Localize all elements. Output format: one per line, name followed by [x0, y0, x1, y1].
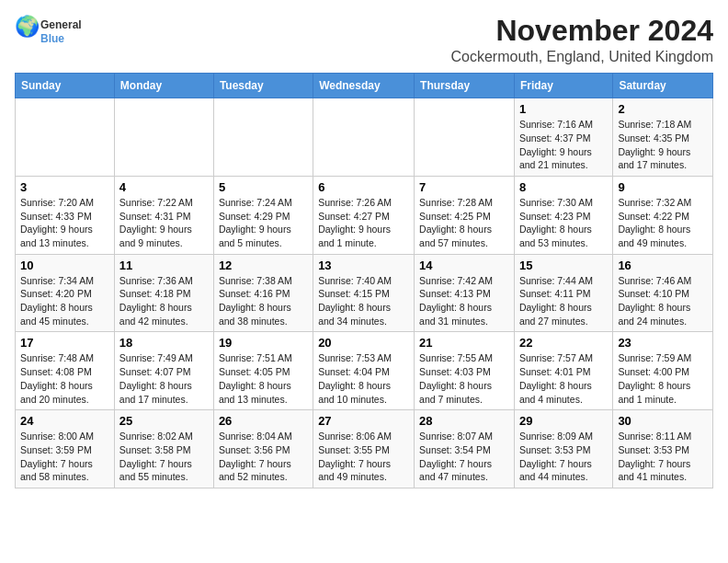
- day-number: 15: [519, 259, 608, 272]
- day-number: 4: [119, 180, 209, 194]
- calendar-week-1: 1Sunrise: 7:16 AM Sunset: 4:37 PM Daylig…: [16, 98, 713, 177]
- main-title: November 2024: [451, 15, 714, 47]
- svg-text:🌍: 🌍: [15, 15, 40, 39]
- header-cell-tuesday: Tuesday: [213, 74, 313, 98]
- calendar-cell: 19Sunrise: 7:51 AM Sunset: 4:05 PM Dayli…: [213, 332, 313, 410]
- day-info: Sunrise: 7:51 AM Sunset: 4:05 PM Dayligh…: [219, 351, 308, 406]
- calendar-cell: 9Sunrise: 7:32 AM Sunset: 4:22 PM Daylig…: [613, 176, 713, 254]
- day-number: 6: [318, 180, 409, 194]
- calendar-cell: 3Sunrise: 7:20 AM Sunset: 4:33 PM Daylig…: [16, 176, 115, 254]
- day-info: Sunrise: 7:57 AM Sunset: 4:01 PM Dayligh…: [519, 351, 608, 406]
- day-number: 11: [119, 259, 209, 272]
- calendar-week-3: 10Sunrise: 7:34 AM Sunset: 4:20 PM Dayli…: [16, 254, 713, 332]
- calendar-cell: 21Sunrise: 7:55 AM Sunset: 4:03 PM Dayli…: [415, 332, 515, 410]
- day-info: Sunrise: 7:49 AM Sunset: 4:07 PM Dayligh…: [119, 351, 209, 406]
- header-cell-sunday: Sunday: [16, 74, 115, 98]
- day-number: 18: [119, 336, 209, 350]
- calendar-cell: 20Sunrise: 7:53 AM Sunset: 4:04 PM Dayli…: [313, 332, 415, 410]
- day-info: Sunrise: 7:42 AM Sunset: 4:13 PM Dayligh…: [419, 274, 509, 328]
- day-number: 10: [20, 259, 109, 272]
- day-info: Sunrise: 7:32 AM Sunset: 4:22 PM Dayligh…: [618, 196, 708, 250]
- day-info: Sunrise: 7:30 AM Sunset: 4:23 PM Dayligh…: [519, 196, 608, 250]
- day-info: Sunrise: 8:02 AM Sunset: 3:58 PM Dayligh…: [119, 430, 209, 484]
- calendar-cell: 13Sunrise: 7:40 AM Sunset: 4:15 PM Dayli…: [313, 254, 415, 332]
- calendar-cell: 22Sunrise: 7:57 AM Sunset: 4:01 PM Dayli…: [514, 332, 612, 410]
- day-number: 2: [618, 102, 708, 116]
- calendar-cell: [313, 98, 415, 177]
- header: General Blue 🌍 November 2024 Cockermouth…: [15, 15, 713, 65]
- calendar-header-row: SundayMondayTuesdayWednesdayThursdayFrid…: [16, 74, 713, 98]
- day-info: Sunrise: 7:34 AM Sunset: 4:20 PM Dayligh…: [20, 274, 109, 328]
- day-number: 23: [618, 336, 708, 350]
- day-number: 30: [618, 414, 708, 428]
- day-number: 29: [519, 414, 608, 428]
- day-number: 26: [219, 414, 308, 428]
- day-number: 20: [318, 336, 409, 350]
- calendar-cell: 11Sunrise: 7:36 AM Sunset: 4:18 PM Dayli…: [114, 254, 213, 332]
- day-number: 12: [219, 259, 308, 272]
- day-number: 3: [20, 180, 109, 194]
- day-info: Sunrise: 8:11 AM Sunset: 3:53 PM Dayligh…: [618, 430, 708, 484]
- day-info: Sunrise: 7:48 AM Sunset: 4:08 PM Dayligh…: [20, 351, 109, 406]
- calendar-cell: 16Sunrise: 7:46 AM Sunset: 4:10 PM Dayli…: [613, 254, 713, 332]
- header-cell-monday: Monday: [114, 74, 213, 98]
- day-info: Sunrise: 7:26 AM Sunset: 4:27 PM Dayligh…: [318, 196, 409, 250]
- calendar-cell: [213, 98, 313, 177]
- day-number: 16: [618, 259, 708, 272]
- calendar-week-4: 17Sunrise: 7:48 AM Sunset: 4:08 PM Dayli…: [16, 332, 713, 410]
- day-info: Sunrise: 7:55 AM Sunset: 4:03 PM Dayligh…: [419, 351, 509, 406]
- header-cell-thursday: Thursday: [415, 74, 515, 98]
- svg-text:General: General: [40, 18, 82, 31]
- day-info: Sunrise: 7:18 AM Sunset: 4:35 PM Dayligh…: [618, 118, 708, 172]
- day-number: 27: [318, 414, 409, 428]
- day-number: 8: [519, 180, 608, 194]
- day-info: Sunrise: 7:46 AM Sunset: 4:10 PM Dayligh…: [618, 274, 708, 328]
- day-info: Sunrise: 7:44 AM Sunset: 4:11 PM Dayligh…: [519, 274, 608, 328]
- day-number: 22: [519, 336, 608, 350]
- calendar-cell: [415, 98, 515, 177]
- day-number: 14: [419, 259, 509, 272]
- day-info: Sunrise: 7:38 AM Sunset: 4:16 PM Dayligh…: [219, 274, 308, 328]
- day-info: Sunrise: 8:00 AM Sunset: 3:59 PM Dayligh…: [20, 430, 109, 484]
- day-info: Sunrise: 7:40 AM Sunset: 4:15 PM Dayligh…: [318, 274, 409, 328]
- day-number: 25: [119, 414, 209, 428]
- calendar-cell: 12Sunrise: 7:38 AM Sunset: 4:16 PM Dayli…: [213, 254, 313, 332]
- day-number: 17: [20, 336, 109, 350]
- calendar-cell: 10Sunrise: 7:34 AM Sunset: 4:20 PM Dayli…: [16, 254, 115, 332]
- calendar-cell: 7Sunrise: 7:28 AM Sunset: 4:25 PM Daylig…: [415, 176, 515, 254]
- calendar-cell: 25Sunrise: 8:02 AM Sunset: 3:58 PM Dayli…: [114, 410, 213, 488]
- calendar-cell: 17Sunrise: 7:48 AM Sunset: 4:08 PM Dayli…: [16, 332, 115, 410]
- day-info: Sunrise: 7:59 AM Sunset: 4:00 PM Dayligh…: [618, 351, 708, 406]
- day-info: Sunrise: 7:53 AM Sunset: 4:04 PM Dayligh…: [318, 351, 409, 406]
- calendar-week-5: 24Sunrise: 8:00 AM Sunset: 3:59 PM Dayli…: [16, 410, 713, 488]
- day-number: 21: [419, 336, 509, 350]
- calendar-body: 1Sunrise: 7:16 AM Sunset: 4:37 PM Daylig…: [16, 98, 713, 488]
- calendar-cell: 18Sunrise: 7:49 AM Sunset: 4:07 PM Dayli…: [114, 332, 213, 410]
- header-cell-friday: Friday: [514, 74, 612, 98]
- calendar-cell: 2Sunrise: 7:18 AM Sunset: 4:35 PM Daylig…: [613, 98, 713, 177]
- day-number: 13: [318, 259, 409, 272]
- calendar-cell: 6Sunrise: 7:26 AM Sunset: 4:27 PM Daylig…: [313, 176, 415, 254]
- day-info: Sunrise: 8:06 AM Sunset: 3:55 PM Dayligh…: [318, 430, 409, 484]
- calendar-cell: 15Sunrise: 7:44 AM Sunset: 4:11 PM Dayli…: [514, 254, 612, 332]
- calendar-cell: 23Sunrise: 7:59 AM Sunset: 4:00 PM Dayli…: [613, 332, 713, 410]
- day-number: 28: [419, 414, 509, 428]
- calendar-cell: 24Sunrise: 8:00 AM Sunset: 3:59 PM Dayli…: [16, 410, 115, 488]
- day-number: 19: [219, 336, 308, 350]
- calendar-cell: 5Sunrise: 7:24 AM Sunset: 4:29 PM Daylig…: [213, 176, 313, 254]
- day-info: Sunrise: 8:07 AM Sunset: 3:54 PM Dayligh…: [419, 430, 509, 484]
- calendar-cell: [114, 98, 213, 177]
- header-cell-wednesday: Wednesday: [313, 74, 415, 98]
- calendar-cell: 14Sunrise: 7:42 AM Sunset: 4:13 PM Dayli…: [415, 254, 515, 332]
- calendar-cell: 1Sunrise: 7:16 AM Sunset: 4:37 PM Daylig…: [514, 98, 612, 177]
- day-info: Sunrise: 7:22 AM Sunset: 4:31 PM Dayligh…: [119, 196, 209, 250]
- logo: General Blue 🌍: [15, 15, 97, 48]
- calendar-table: SundayMondayTuesdayWednesdayThursdayFrid…: [15, 73, 713, 488]
- day-number: 1: [519, 102, 608, 116]
- title-block: November 2024 Cockermouth, England, Unit…: [451, 15, 714, 65]
- calendar-cell: 8Sunrise: 7:30 AM Sunset: 4:23 PM Daylig…: [514, 176, 612, 254]
- day-info: Sunrise: 8:09 AM Sunset: 3:53 PM Dayligh…: [519, 430, 608, 484]
- calendar-cell: [16, 98, 115, 177]
- day-number: 7: [419, 180, 509, 194]
- day-number: 9: [618, 180, 708, 194]
